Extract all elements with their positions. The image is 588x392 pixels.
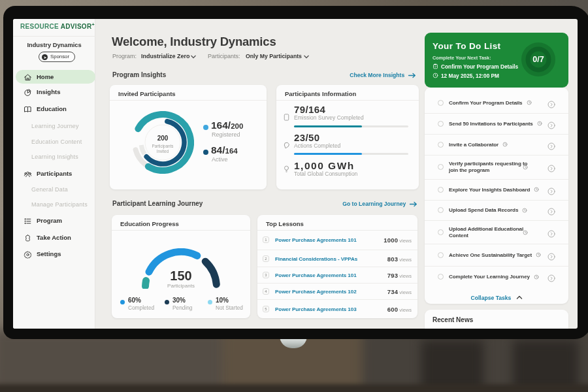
svg-text:200: 200	[157, 135, 169, 142]
svg-text:Invited: Invited	[157, 149, 169, 154]
svg-text:Participants: Participants	[152, 144, 174, 149]
